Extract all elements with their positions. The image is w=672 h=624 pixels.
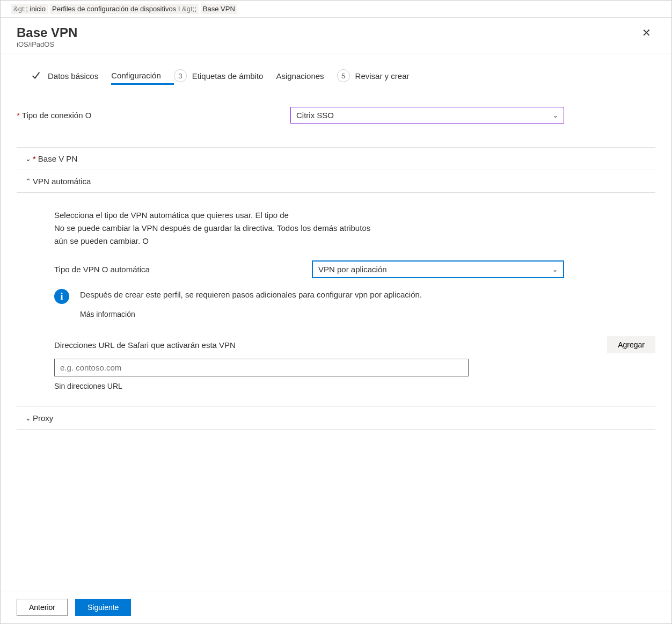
- connection-type-label: *Tipo de conexión O: [17, 111, 290, 120]
- next-button[interactable]: Siguiente: [75, 599, 131, 616]
- auto-vpn-type-label: Tipo de VPN O automática: [54, 265, 312, 274]
- chevron-down-icon: ⌄: [553, 112, 558, 119]
- chevron-down-icon: ⌄: [17, 155, 25, 163]
- step-basics[interactable]: Datos básicos: [30, 65, 111, 86]
- section-proxy[interactable]: ⌄ Proxy: [17, 407, 655, 430]
- step-configuration[interactable]: Configuración: [111, 67, 174, 85]
- safari-url-input[interactable]: [54, 359, 469, 376]
- step-label: Etiquetas de ámbito: [192, 71, 264, 81]
- breadcrumb-sep: &gt;: [13, 5, 26, 13]
- safari-urls-label: Direcciones URL de Safari que activarán …: [54, 340, 596, 350]
- breadcrumb-sep: &gt;: [182, 5, 194, 13]
- section-label: Proxy: [33, 413, 53, 423]
- no-urls-text: Sin direcciones URL: [54, 382, 655, 390]
- connection-type-row: *Tipo de conexión O Citrix SSO ⌄: [17, 107, 655, 124]
- learn-more-link[interactable]: Más información: [80, 309, 135, 320]
- safari-urls-row: Direcciones URL de Safari que activarán …: [54, 336, 655, 353]
- check-icon: [30, 69, 42, 82]
- page-title: Base VPN: [17, 25, 77, 40]
- auto-vpn-hint: Selecciona el tipo de VPN automática que…: [54, 209, 430, 248]
- info-icon: i: [54, 289, 69, 304]
- add-url-button[interactable]: Agregar: [607, 336, 655, 353]
- section-auto-vpn[interactable]: ⌃ VPN automática: [17, 170, 655, 193]
- info-text: Después de crear este perfil, se requier…: [80, 289, 422, 301]
- auto-vpn-body: Selecciona el tipo de VPN automática que…: [17, 193, 655, 390]
- step-label: Configuración: [111, 71, 161, 80]
- connection-type-select[interactable]: Citrix SSO ⌄: [290, 107, 564, 124]
- chevron-up-icon: ⌃: [17, 177, 25, 185]
- breadcrumb: &gt;; inicio Perfiles de configuración d…: [1, 1, 671, 18]
- breadcrumb-profiles[interactable]: Perfiles de configuración de dispositivo…: [52, 5, 180, 13]
- step-number-icon: 3: [174, 69, 187, 82]
- footer: Anterior Siguiente: [1, 591, 671, 623]
- info-box: i Después de crear este perfil, se requi…: [54, 289, 655, 320]
- step-scope-tags[interactable]: 3 Etiquetas de ámbito: [174, 65, 276, 86]
- previous-button[interactable]: Anterior: [17, 599, 68, 616]
- section-label: Base V PN: [38, 154, 77, 163]
- section-label: VPN automática: [33, 177, 91, 186]
- close-button[interactable]: ✕: [638, 25, 655, 40]
- step-review[interactable]: 5 Revisar y crear: [337, 65, 422, 86]
- auto-vpn-type-select[interactable]: VPN por aplicación ⌄: [312, 260, 564, 278]
- step-label: Revisar y crear: [355, 71, 410, 81]
- auto-vpn-type-row: Tipo de VPN O automática VPN por aplicac…: [54, 260, 655, 278]
- breadcrumb-home[interactable]: inicio: [30, 5, 46, 13]
- page-subtitle: iOS/iPadOS: [17, 40, 77, 48]
- step-number-icon: 5: [337, 69, 350, 82]
- wizard-steps: Datos básicos Configuración 3 Etiquetas …: [17, 65, 655, 86]
- step-assignments[interactable]: Asignaciones: [276, 67, 337, 85]
- header: Base VPN iOS/iPadOS ✕: [1, 18, 671, 54]
- chevron-down-icon: ⌄: [17, 414, 25, 422]
- chevron-down-icon: ⌄: [552, 266, 558, 273]
- step-label: Datos básicos: [48, 71, 98, 81]
- select-value: VPN por aplicación: [318, 265, 387, 274]
- section-base-vpn[interactable]: ⌄ *Base V PN: [17, 147, 655, 170]
- step-label: Asignaciones: [276, 71, 324, 81]
- breadcrumb-current: Base VPN: [201, 4, 237, 14]
- select-value: Citrix SSO: [296, 111, 334, 120]
